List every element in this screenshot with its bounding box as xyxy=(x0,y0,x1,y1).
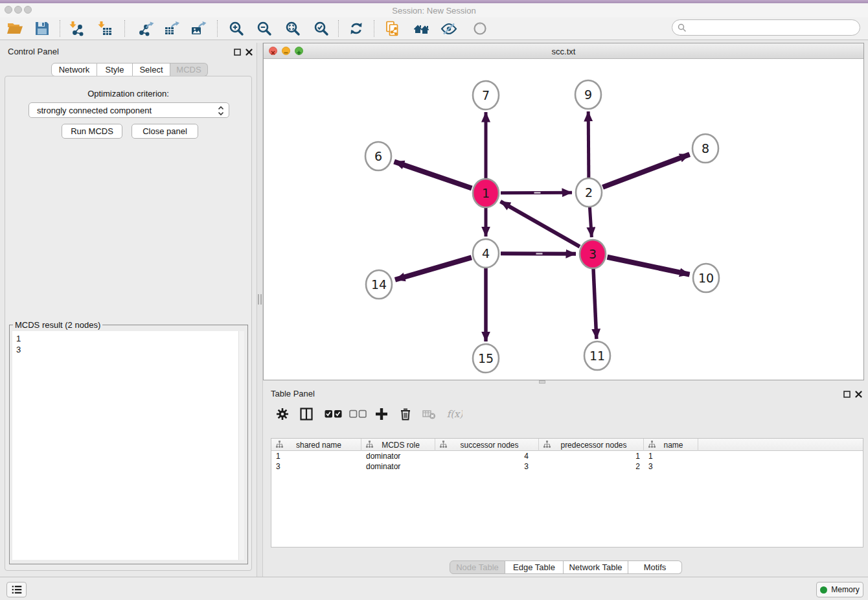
table-cell: 1 xyxy=(271,451,361,461)
tab-motifs[interactable]: Motifs xyxy=(628,560,682,574)
zoom-out-button[interactable] xyxy=(255,19,273,38)
edge-4-14[interactable] xyxy=(395,257,472,279)
show-eye-button[interactable] xyxy=(471,19,489,38)
task-list-icon xyxy=(10,583,23,596)
hide-selected-button[interactable] xyxy=(440,19,458,38)
app-titlebar: Session: New Session xyxy=(0,3,868,17)
open-session-button[interactable] xyxy=(6,19,24,38)
export-table-icon xyxy=(165,21,180,36)
table-row[interactable]: 3dominator323 xyxy=(271,461,863,472)
column-header-shared-name[interactable]: shared name xyxy=(271,439,361,451)
show-all-networks-button[interactable] xyxy=(413,19,431,38)
table-cell: 3 xyxy=(271,461,361,472)
tab-mcds[interactable]: MCDS xyxy=(170,63,208,76)
table-cell: dominator xyxy=(361,451,435,461)
status-bar: Memory xyxy=(0,577,868,600)
run-mcds-button[interactable]: Run MCDS xyxy=(62,124,122,139)
close-panel-button[interactable] xyxy=(244,47,253,56)
edge-1-6[interactable] xyxy=(394,161,472,188)
toolbar-separator xyxy=(217,20,218,37)
open-folder-icon xyxy=(6,21,23,36)
close-table-panel-button[interactable] xyxy=(854,389,863,398)
columns-icon xyxy=(299,406,314,422)
graph-node-label-7: 7 xyxy=(482,88,490,102)
tab-style[interactable]: Style xyxy=(97,63,133,76)
delete-table-button[interactable] xyxy=(421,406,438,422)
show-columns-button[interactable] xyxy=(298,406,315,422)
refresh-layout-button[interactable] xyxy=(347,19,365,38)
control-panel: Control Panel NetworkStyleSelectMCDS Opt… xyxy=(0,43,257,577)
column-header-name[interactable]: name xyxy=(644,439,698,451)
task-history-button[interactable] xyxy=(6,582,27,597)
import-table-icon xyxy=(97,21,113,36)
graph-node-label-14: 14 xyxy=(371,277,387,292)
edge-label-mark xyxy=(536,253,543,254)
clone-network-button[interactable] xyxy=(383,19,402,38)
refresh-icon xyxy=(348,21,364,36)
add-column-button[interactable] xyxy=(373,406,390,422)
zoom-out-icon xyxy=(257,21,272,36)
network-canvas[interactable]: 7968124314101511 xyxy=(264,60,863,380)
export-table-button[interactable] xyxy=(163,19,181,38)
column-sort-icon xyxy=(276,441,283,450)
table-panel: Table Panel f(x) shared nameMCDS rolesuc… xyxy=(263,384,868,577)
optimization-criterion-select[interactable]: strongly connected component xyxy=(29,102,229,118)
edge-3-1[interactable] xyxy=(501,202,580,247)
zoom-selected-button[interactable] xyxy=(312,19,330,38)
edge-3-11[interactable] xyxy=(593,269,597,339)
mcds-result-title: MCDS result (2 nodes) xyxy=(13,320,102,330)
graph-node-label-15: 15 xyxy=(478,351,494,365)
search-input[interactable] xyxy=(689,21,854,34)
memory-status-icon xyxy=(820,586,827,594)
float-icon xyxy=(234,49,241,56)
import-network-button[interactable] xyxy=(67,19,86,38)
tab-edge-table[interactable]: Edge Table xyxy=(505,560,564,574)
edge-2-9[interactable] xyxy=(588,111,589,178)
network-window-titlebar[interactable]: scc.txt xyxy=(264,43,863,59)
select-all-columns-button[interactable] xyxy=(323,406,344,422)
result-scrollbar[interactable] xyxy=(238,331,244,560)
tab-network[interactable]: Network xyxy=(51,63,97,76)
control-panel-tabs: NetworkStyleSelectMCDS xyxy=(51,63,208,76)
eye-slash-icon xyxy=(440,21,457,36)
plus-icon xyxy=(374,407,389,421)
memory-button[interactable]: Memory xyxy=(816,582,863,597)
export-network-button[interactable] xyxy=(137,19,155,38)
function-builder-button[interactable]: f(x) xyxy=(446,406,463,422)
export-image-icon xyxy=(191,21,207,36)
vertical-splitter[interactable] xyxy=(257,43,263,577)
tab-select[interactable]: Select xyxy=(133,63,170,76)
vertical-splitter-handle[interactable] xyxy=(258,294,262,305)
close-panel-action-button[interactable]: Close panel xyxy=(131,124,198,139)
edge-2-8[interactable] xyxy=(603,154,690,187)
session-title: Session: New Session xyxy=(0,6,868,16)
float-table-panel-button[interactable] xyxy=(842,389,851,398)
trash-icon xyxy=(398,406,413,422)
table-cell: dominator xyxy=(361,461,435,472)
network-view-window: scc.txt 7968124314101511 xyxy=(263,43,864,380)
table-options-button[interactable] xyxy=(274,406,291,422)
column-header-predecessor-nodes[interactable]: predecessor nodes xyxy=(539,439,644,451)
tab-network-table[interactable]: Network Table xyxy=(564,560,628,574)
optimization-criterion-value: strongly connected component xyxy=(37,106,152,115)
table-row[interactable]: 1dominator411 xyxy=(271,451,863,461)
column-header-MCDS-role[interactable]: MCDS role xyxy=(361,439,435,451)
tab-node-table[interactable]: Node Table xyxy=(450,560,505,574)
unselect-all-columns-button[interactable] xyxy=(348,406,369,422)
float-panel-button[interactable] xyxy=(233,47,242,56)
edge-label-mark xyxy=(534,192,541,193)
column-header-successor-nodes[interactable]: successor nodes xyxy=(435,439,539,451)
save-session-button[interactable] xyxy=(33,19,51,38)
zoom-fit-button[interactable] xyxy=(284,19,302,38)
edge-3-10[interactable] xyxy=(608,257,690,275)
table-body: 1dominator4113dominator323 xyxy=(271,451,863,472)
mcds-result-area[interactable]: 1 3 xyxy=(12,331,238,560)
checked-boxes-icon xyxy=(325,409,343,419)
zoom-in-button[interactable] xyxy=(227,19,246,38)
import-table-button[interactable] xyxy=(96,19,114,38)
toolbar-separator xyxy=(60,20,60,37)
export-image-button[interactable] xyxy=(190,19,208,38)
search-icon xyxy=(678,23,687,32)
edge-2-3[interactable] xyxy=(589,207,591,237)
delete-columns-button[interactable] xyxy=(397,406,414,422)
